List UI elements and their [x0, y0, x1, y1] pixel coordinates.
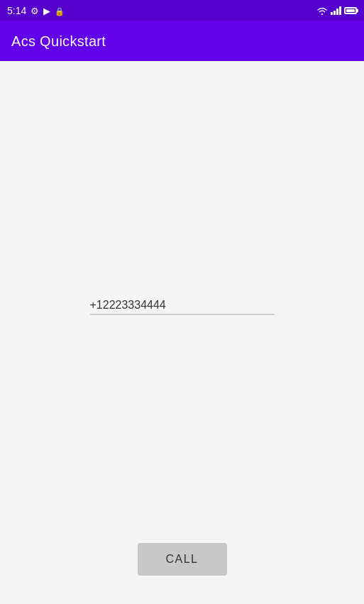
app-bar: Acs Quickstart: [0, 21, 364, 61]
app-title: Acs Quickstart: [11, 33, 106, 50]
phone-input[interactable]: [90, 296, 275, 315]
status-time: 5:14: [7, 5, 26, 16]
status-bar: 5:14: [0, 0, 364, 21]
main-content: CALL: [0, 61, 364, 604]
wifi-icon: [316, 6, 328, 15]
battery-icon: [344, 7, 357, 14]
status-bar-right: [316, 6, 357, 15]
gear-icon: [31, 6, 39, 16]
call-button[interactable]: CALL: [137, 543, 226, 576]
call-button-container: CALL: [137, 543, 226, 576]
signal-icon: [331, 6, 341, 15]
lock-icon: [55, 6, 65, 16]
play-icon: [43, 6, 50, 16]
status-bar-left: 5:14: [7, 5, 65, 16]
phone-input-container: [90, 296, 275, 315]
